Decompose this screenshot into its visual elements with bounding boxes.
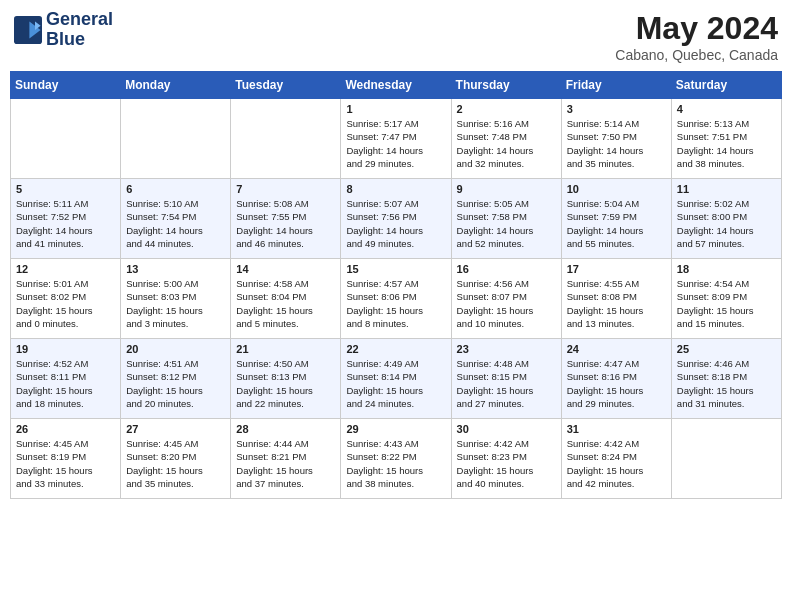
- cell-content: Sunrise: 4:47 AMSunset: 8:16 PMDaylight:…: [567, 357, 666, 410]
- calendar-cell: 11Sunrise: 5:02 AMSunset: 8:00 PMDayligh…: [671, 179, 781, 259]
- cell-content: Sunrise: 4:50 AMSunset: 8:13 PMDaylight:…: [236, 357, 335, 410]
- cell-line: Sunset: 8:14 PM: [346, 370, 445, 383]
- cell-line: Sunrise: 4:45 AM: [126, 437, 225, 450]
- cell-line: Sunrise: 5:05 AM: [457, 197, 556, 210]
- day-number: 14: [236, 263, 335, 275]
- cell-line: Daylight: 15 hours: [346, 464, 445, 477]
- cell-content: Sunrise: 4:56 AMSunset: 8:07 PMDaylight:…: [457, 277, 556, 330]
- cell-content: Sunrise: 4:48 AMSunset: 8:15 PMDaylight:…: [457, 357, 556, 410]
- cell-line: and 29 minutes.: [346, 157, 445, 170]
- cell-line: and 37 minutes.: [236, 477, 335, 490]
- location: Cabano, Quebec, Canada: [615, 47, 778, 63]
- cell-line: and 24 minutes.: [346, 397, 445, 410]
- logo-icon: [14, 16, 42, 44]
- cell-content: Sunrise: 5:00 AMSunset: 8:03 PMDaylight:…: [126, 277, 225, 330]
- cell-line: Sunrise: 4:56 AM: [457, 277, 556, 290]
- weekday-header-wednesday: Wednesday: [341, 72, 451, 99]
- calendar-week-2: 5Sunrise: 5:11 AMSunset: 7:52 PMDaylight…: [11, 179, 782, 259]
- cell-line: Daylight: 14 hours: [236, 224, 335, 237]
- cell-line: Sunrise: 4:44 AM: [236, 437, 335, 450]
- cell-line: Sunset: 8:12 PM: [126, 370, 225, 383]
- cell-line: and 40 minutes.: [457, 477, 556, 490]
- cell-line: and 0 minutes.: [16, 317, 115, 330]
- weekday-header-saturday: Saturday: [671, 72, 781, 99]
- cell-line: Sunset: 8:21 PM: [236, 450, 335, 463]
- day-number: 7: [236, 183, 335, 195]
- calendar-cell: 1Sunrise: 5:17 AMSunset: 7:47 PMDaylight…: [341, 99, 451, 179]
- cell-line: Daylight: 15 hours: [457, 384, 556, 397]
- calendar-cell: 30Sunrise: 4:42 AMSunset: 8:23 PMDayligh…: [451, 419, 561, 499]
- cell-line: Sunrise: 4:45 AM: [16, 437, 115, 450]
- cell-line: Sunrise: 5:16 AM: [457, 117, 556, 130]
- weekday-header-thursday: Thursday: [451, 72, 561, 99]
- calendar-cell: 19Sunrise: 4:52 AMSunset: 8:11 PMDayligh…: [11, 339, 121, 419]
- calendar-week-3: 12Sunrise: 5:01 AMSunset: 8:02 PMDayligh…: [11, 259, 782, 339]
- day-number: 27: [126, 423, 225, 435]
- cell-line: Daylight: 14 hours: [457, 144, 556, 157]
- cell-content: Sunrise: 5:01 AMSunset: 8:02 PMDaylight:…: [16, 277, 115, 330]
- cell-line: Sunset: 8:06 PM: [346, 290, 445, 303]
- calendar-cell: 6Sunrise: 5:10 AMSunset: 7:54 PMDaylight…: [121, 179, 231, 259]
- calendar-week-5: 26Sunrise: 4:45 AMSunset: 8:19 PMDayligh…: [11, 419, 782, 499]
- cell-line: and 42 minutes.: [567, 477, 666, 490]
- cell-content: Sunrise: 5:04 AMSunset: 7:59 PMDaylight:…: [567, 197, 666, 250]
- day-number: 12: [16, 263, 115, 275]
- cell-line: Sunset: 8:18 PM: [677, 370, 776, 383]
- cell-line: Sunset: 7:50 PM: [567, 130, 666, 143]
- day-number: 8: [346, 183, 445, 195]
- calendar-cell: 28Sunrise: 4:44 AMSunset: 8:21 PMDayligh…: [231, 419, 341, 499]
- day-number: 22: [346, 343, 445, 355]
- calendar-cell: 18Sunrise: 4:54 AMSunset: 8:09 PMDayligh…: [671, 259, 781, 339]
- cell-content: Sunrise: 5:16 AMSunset: 7:48 PMDaylight:…: [457, 117, 556, 170]
- weekday-header-tuesday: Tuesday: [231, 72, 341, 99]
- cell-content: Sunrise: 5:07 AMSunset: 7:56 PMDaylight:…: [346, 197, 445, 250]
- calendar-cell: 31Sunrise: 4:42 AMSunset: 8:24 PMDayligh…: [561, 419, 671, 499]
- cell-line: Sunset: 7:59 PM: [567, 210, 666, 223]
- day-number: 13: [126, 263, 225, 275]
- cell-content: Sunrise: 4:51 AMSunset: 8:12 PMDaylight:…: [126, 357, 225, 410]
- day-number: 17: [567, 263, 666, 275]
- cell-line: Sunrise: 5:17 AM: [346, 117, 445, 130]
- cell-line: Sunset: 7:54 PM: [126, 210, 225, 223]
- cell-line: Sunset: 8:02 PM: [16, 290, 115, 303]
- calendar-cell: 21Sunrise: 4:50 AMSunset: 8:13 PMDayligh…: [231, 339, 341, 419]
- logo-text: General Blue: [46, 10, 113, 50]
- cell-line: Daylight: 14 hours: [457, 224, 556, 237]
- day-number: 19: [16, 343, 115, 355]
- calendar-cell: 20Sunrise: 4:51 AMSunset: 8:12 PMDayligh…: [121, 339, 231, 419]
- calendar-cell: 29Sunrise: 4:43 AMSunset: 8:22 PMDayligh…: [341, 419, 451, 499]
- cell-line: Daylight: 14 hours: [677, 144, 776, 157]
- cell-line: and 46 minutes.: [236, 237, 335, 250]
- calendar-cell: 14Sunrise: 4:58 AMSunset: 8:04 PMDayligh…: [231, 259, 341, 339]
- cell-line: and 52 minutes.: [457, 237, 556, 250]
- cell-content: Sunrise: 4:45 AMSunset: 8:20 PMDaylight:…: [126, 437, 225, 490]
- cell-line: Sunrise: 5:01 AM: [16, 277, 115, 290]
- cell-line: Sunrise: 5:14 AM: [567, 117, 666, 130]
- calendar-cell: [671, 419, 781, 499]
- cell-line: and 15 minutes.: [677, 317, 776, 330]
- cell-line: and 31 minutes.: [677, 397, 776, 410]
- calendar-cell: 27Sunrise: 4:45 AMSunset: 8:20 PMDayligh…: [121, 419, 231, 499]
- cell-line: Sunrise: 5:11 AM: [16, 197, 115, 210]
- cell-line: and 57 minutes.: [677, 237, 776, 250]
- cell-line: Daylight: 15 hours: [346, 304, 445, 317]
- cell-line: Sunrise: 5:04 AM: [567, 197, 666, 210]
- day-number: 10: [567, 183, 666, 195]
- calendar-cell: 4Sunrise: 5:13 AMSunset: 7:51 PMDaylight…: [671, 99, 781, 179]
- cell-line: and 38 minutes.: [677, 157, 776, 170]
- cell-line: Daylight: 14 hours: [346, 224, 445, 237]
- day-number: 11: [677, 183, 776, 195]
- day-number: 25: [677, 343, 776, 355]
- calendar-cell: 3Sunrise: 5:14 AMSunset: 7:50 PMDaylight…: [561, 99, 671, 179]
- weekday-header-sunday: Sunday: [11, 72, 121, 99]
- cell-content: Sunrise: 4:49 AMSunset: 8:14 PMDaylight:…: [346, 357, 445, 410]
- cell-line: Sunrise: 4:46 AM: [677, 357, 776, 370]
- cell-content: Sunrise: 5:11 AMSunset: 7:52 PMDaylight:…: [16, 197, 115, 250]
- page-header: General Blue May 2024 Cabano, Quebec, Ca…: [10, 10, 782, 63]
- cell-line: Sunrise: 4:48 AM: [457, 357, 556, 370]
- cell-line: and 55 minutes.: [567, 237, 666, 250]
- cell-line: Sunrise: 5:08 AM: [236, 197, 335, 210]
- cell-line: Sunrise: 4:58 AM: [236, 277, 335, 290]
- calendar-cell: 22Sunrise: 4:49 AMSunset: 8:14 PMDayligh…: [341, 339, 451, 419]
- cell-content: Sunrise: 4:42 AMSunset: 8:23 PMDaylight:…: [457, 437, 556, 490]
